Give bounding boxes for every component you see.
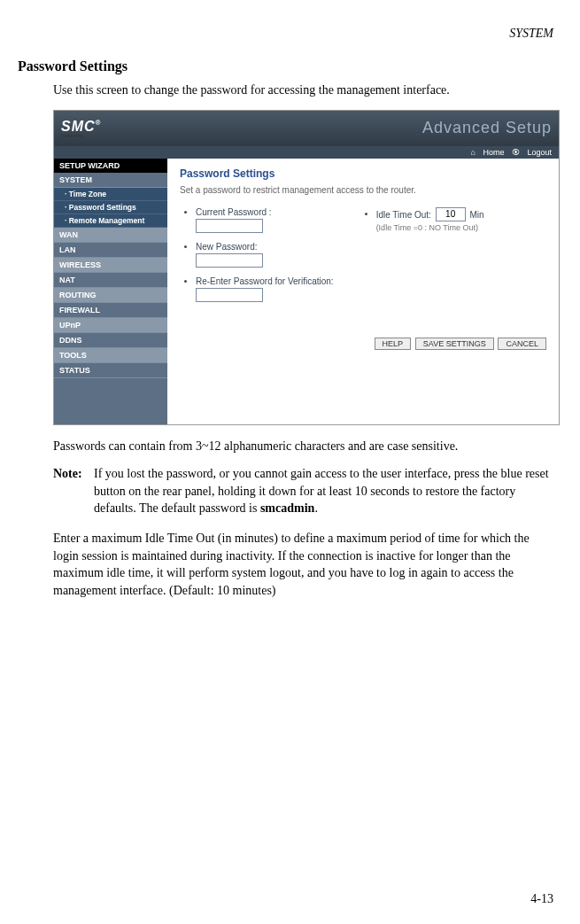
sidebar-password-settings[interactable]: Password Settings	[54, 201, 167, 214]
idle-timeout-input[interactable]	[436, 207, 466, 221]
running-head: SYSTEM	[18, 27, 562, 41]
idle-timeout-row: Idle Time Out: Min (Idle Time =0 : NO Ti…	[376, 207, 484, 232]
sidebar-ddns[interactable]: DDNS	[54, 333, 167, 348]
home-icon[interactable]: ⌂ Home	[470, 148, 504, 157]
content-panel: Password Settings Set a password to rest…	[167, 159, 559, 424]
sidebar-system[interactable]: SYSTEM	[54, 173, 167, 188]
sidebar-setup-wizard[interactable]: SETUP WIZARD	[54, 159, 167, 173]
sidebar: SETUP WIZARD SYSTEM Time Zone Password S…	[54, 159, 167, 424]
current-password-label: Current Password :	[196, 207, 272, 217]
panel-title: Password Settings	[180, 167, 546, 180]
screenshot-header: SMC® Networks Advanced Setup	[54, 111, 559, 146]
router-admin-screenshot: SMC® Networks Advanced Setup ⌂ Home ⦿ Lo…	[53, 110, 560, 425]
section-title: Password Settings	[18, 58, 562, 74]
new-password-row: New Password:	[196, 242, 334, 268]
sidebar-upnp[interactable]: UPnP	[54, 318, 167, 333]
intro-paragraph: Use this screen to change the password f…	[53, 82, 553, 99]
reenter-password-input[interactable]	[196, 288, 263, 302]
smc-logo: SMC® Networks	[61, 119, 101, 138]
current-password-input[interactable]	[196, 219, 263, 233]
note-text: If you lost the password, or you cannot …	[94, 465, 553, 517]
para-password-rules: Passwords can contain from 3~12 alphanum…	[53, 438, 553, 455]
note-block: Note: If you lost the password, or you c…	[53, 465, 553, 517]
cancel-button[interactable]: CANCEL	[498, 338, 546, 350]
sidebar-tools[interactable]: TOOLS	[54, 348, 167, 363]
note-pre: If you lost the password, or you cannot …	[94, 467, 549, 515]
note-default-password: smcadmin	[260, 501, 314, 515]
screenshot-figure: SMC® Networks Advanced Setup ⌂ Home ⦿ Lo…	[53, 110, 562, 425]
logo-text: SMC	[61, 119, 96, 135]
panel-desc: Set a password to restrict management ac…	[180, 185, 546, 195]
new-password-input[interactable]	[196, 253, 263, 268]
idle-unit: Min	[469, 209, 483, 219]
save-settings-button[interactable]: SAVE SETTINGS	[415, 338, 494, 350]
button-row: HELP SAVE SETTINGS CANCEL	[180, 338, 546, 350]
idle-hint: (Idle Time =0 : NO Time Out)	[376, 223, 484, 232]
home-link[interactable]: Home	[483, 148, 504, 157]
sidebar-status[interactable]: STATUS	[54, 363, 167, 378]
logo-reg: ®	[96, 119, 102, 127]
logo-subtext: Networks	[61, 133, 101, 138]
advanced-setup-label: Advanced Setup	[422, 119, 552, 137]
note-post: .	[314, 501, 318, 515]
page-number: 4-13	[530, 892, 553, 906]
sidebar-wan[interactable]: WAN	[54, 228, 167, 243]
logout-link[interactable]: Logout	[527, 148, 552, 157]
new-password-label: New Password:	[196, 242, 257, 252]
sidebar-wireless[interactable]: WIRELESS	[54, 258, 167, 273]
sidebar-time-zone[interactable]: Time Zone	[54, 188, 167, 201]
sidebar-routing[interactable]: ROUTING	[54, 288, 167, 303]
idle-timeout-label: Idle Time Out:	[376, 209, 431, 219]
screenshot-topbar: ⌂ Home ⦿ Logout	[54, 146, 559, 159]
logout-icon[interactable]: ⦿ Logout	[512, 148, 552, 157]
sidebar-remote-management[interactable]: Remote Management	[54, 214, 167, 228]
sidebar-nat[interactable]: NAT	[54, 273, 167, 288]
para-idle-timeout: Enter a maximum Idle Time Out (in minute…	[53, 530, 553, 599]
reenter-password-row: Re-Enter Password for Verification:	[196, 276, 334, 302]
sidebar-firewall[interactable]: FIREWALL	[54, 303, 167, 318]
help-button[interactable]: HELP	[375, 338, 412, 350]
sidebar-lan[interactable]: LAN	[54, 243, 167, 258]
reenter-password-label: Re-Enter Password for Verification:	[196, 276, 334, 286]
current-password-row: Current Password :	[196, 207, 334, 233]
note-label: Note:	[53, 465, 94, 517]
